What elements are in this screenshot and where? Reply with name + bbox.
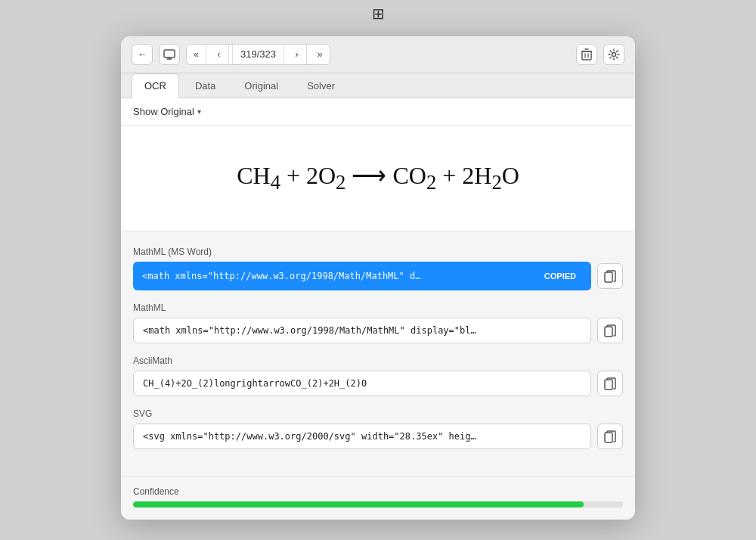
mathml-row: <math xmlns="http://www.w3.org/1998/Math…	[133, 318, 623, 343]
show-original-button[interactable]: Show Original ▾	[133, 106, 201, 117]
app-icon: ⊞	[372, 5, 385, 23]
chevron-down-icon: ▾	[197, 107, 201, 116]
settings-button[interactable]	[603, 44, 624, 65]
nav-last-button[interactable]: »	[310, 45, 330, 64]
titlebar-right	[576, 44, 624, 65]
mathml-word-section: MathML (MS Word) <math xmlns="http://www…	[133, 247, 623, 290]
svg-row: <svg xmlns="http://www.w3.org/2000/svg" …	[133, 424, 623, 449]
mathml-section: MathML <math xmlns="http://www.w3.org/19…	[133, 303, 623, 343]
page-counter: 319/323	[232, 45, 284, 64]
svg-input[interactable]: <svg xmlns="http://www.w3.org/2000/svg" …	[133, 424, 591, 449]
asciimath-input[interactable]: CH_(4)+2O_(2)longrightarrowCO_(2)+2H_(2)…	[133, 371, 591, 396]
page-navigation: « ‹ 319/323 › »	[186, 44, 330, 65]
confidence-section: Confidence	[121, 476, 635, 520]
nav-next-button[interactable]: ›	[287, 45, 307, 64]
tab-solver[interactable]: Solver	[294, 73, 348, 98]
svg-rect-10	[605, 327, 612, 337]
titlebar: ← « ‹ 319/323 › »	[121, 36, 635, 73]
svg-rect-11	[605, 380, 612, 389]
monitor-button[interactable]	[159, 44, 180, 65]
tab-bar: OCR Data Original Solver	[121, 73, 635, 98]
back-button[interactable]: ←	[132, 44, 153, 65]
show-original-label: Show Original	[133, 106, 194, 117]
svg-section: SVG <svg xmlns="http://www.w3.org/2000/s…	[133, 408, 623, 449]
show-original-bar: Show Original ▾	[121, 98, 635, 126]
svg-point-8	[612, 52, 616, 56]
confidence-progress-fill	[133, 501, 584, 507]
svg-rect-0	[164, 50, 175, 57]
mathml-label: MathML	[133, 303, 623, 313]
asciimath-section: AsciiMath CH_(4)+2O_(2)longrightarrowCO_…	[133, 355, 623, 396]
mathml-copy-button[interactable]	[597, 318, 623, 343]
content-area: MathML (MS Word) <math xmlns="http://www…	[121, 231, 635, 476]
mathml-word-label: MathML (MS Word)	[133, 247, 623, 257]
confidence-label: Confidence	[133, 486, 623, 497]
svg-label: SVG	[133, 408, 623, 419]
asciimath-row: CH_(4)+2O_(2)longrightarrowCO_(2)+2H_(2)…	[133, 371, 623, 396]
mathml-word-copy-button[interactable]	[597, 263, 623, 289]
asciimath-copy-button[interactable]	[597, 371, 623, 396]
svg-rect-3	[582, 51, 591, 60]
svg-rect-12	[605, 433, 612, 442]
nav-first-button[interactable]: «	[187, 45, 206, 64]
tab-data[interactable]: Data	[182, 73, 228, 98]
delete-button[interactable]	[576, 44, 597, 65]
titlebar-left: ← « ‹ 319/323 › »	[132, 44, 330, 65]
mathml-word-row: <math xmlns="http://www.w3.org/1998/Math…	[133, 262, 623, 290]
confidence-progress-bg	[133, 501, 623, 507]
copied-badge: COPIED	[538, 269, 582, 283]
mathml-input[interactable]: <math xmlns="http://www.w3.org/1998/Math…	[133, 318, 591, 343]
mathml-word-value: <math xmlns="http://www.w3.org/1998/Math…	[142, 271, 541, 281]
tab-original[interactable]: Original	[231, 73, 291, 98]
main-window: ← « ‹ 319/323 › »	[121, 36, 635, 520]
nav-prev-button[interactable]: ‹	[209, 45, 229, 64]
svg-copy-button[interactable]	[597, 424, 623, 449]
svg-rect-9	[605, 272, 612, 282]
formula-display: CH4 + 2O2 ⟶ CO2 + 2H2O	[121, 126, 635, 231]
mathml-word-input-highlighted[interactable]: <math xmlns="http://www.w3.org/1998/Math…	[133, 262, 591, 290]
asciimath-label: AsciiMath	[133, 355, 623, 366]
formula-text: CH4 + 2O2 ⟶ CO2 + 2H2O	[237, 161, 519, 194]
tab-ocr[interactable]: OCR	[132, 73, 179, 98]
